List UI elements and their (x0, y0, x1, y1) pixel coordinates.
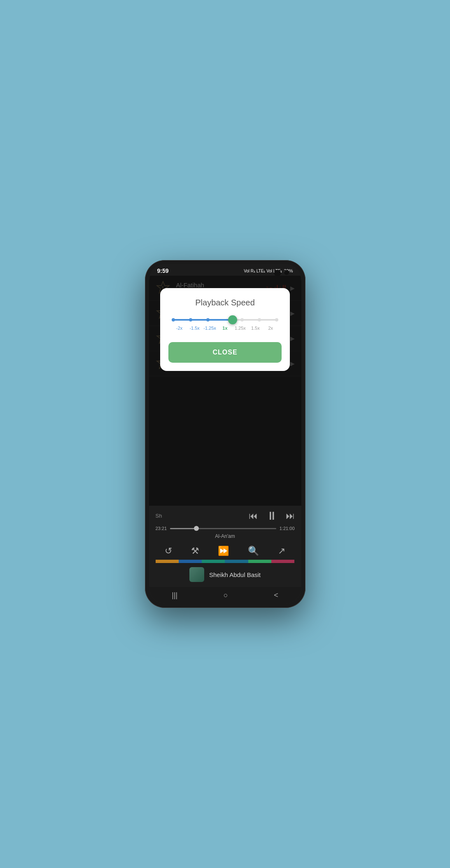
sh-label: Sh (156, 513, 162, 519)
color-strip-4 (248, 560, 271, 563)
repeat-icon[interactable]: ↺ (165, 546, 172, 556)
progress-thumb[interactable] (194, 526, 199, 531)
slider-dot-3 (224, 318, 227, 321)
progress-bar[interactable] (170, 528, 276, 529)
speed-label-1-5: 1.5x (248, 326, 263, 331)
player-controls-row: Sh ⏮ ⏸ ⏭ (156, 509, 295, 523)
slider-dot-4 (240, 318, 244, 321)
progress-row: 23:21 1:21:00 (156, 526, 295, 531)
slider-dot-2 (206, 318, 210, 321)
prev-icon[interactable]: ⏮ (249, 511, 258, 521)
slider-dot-0 (172, 318, 175, 321)
slider-track[interactable] (172, 319, 278, 321)
camera-lens-secondary (284, 270, 289, 275)
phone-screen: 9:59 Vol R₁ LTE₁ Vol LTE₂ 30% 1 (149, 264, 301, 604)
reciter-avatar (189, 567, 204, 582)
close-button[interactable]: CLOSE (168, 342, 282, 363)
nav-back-icon[interactable]: < (274, 591, 278, 600)
speed-label-2: 2x (263, 326, 278, 331)
color-strip-3 (225, 560, 248, 563)
nav-menu-icon[interactable]: ||| (172, 591, 177, 600)
reciter-row: Sheikh Abdul Basit (156, 564, 295, 585)
dialog-title: Playback Speed (168, 298, 282, 307)
color-strip-2 (202, 560, 225, 563)
next-icon[interactable]: ⏭ (286, 511, 295, 521)
current-time: 23:21 (156, 526, 167, 531)
total-time: 1:21:00 (280, 526, 295, 531)
phone-device: 9:59 Vol R₁ LTE₁ Vol LTE₂ 30% 1 (145, 260, 305, 608)
color-strips (156, 560, 295, 563)
share-icon[interactable]: ↗ (278, 546, 285, 556)
speed-label-minus1-25: -1.25x (202, 326, 217, 331)
slider-thumb[interactable] (228, 315, 237, 324)
speed-label-1: 1x (217, 326, 233, 331)
now-playing: Al-An'am (156, 533, 295, 539)
speed-slider-container[interactable]: -2x -1.5x -1.25x 1x 1.25x 1.5x 2x (172, 319, 278, 331)
nav-home-icon[interactable]: ○ (224, 591, 228, 600)
color-strip-0 (156, 560, 179, 563)
color-strip-5 (271, 560, 294, 563)
search-icon[interactable]: 🔍 (248, 546, 259, 556)
speed-label-minus2: -2x (172, 326, 187, 331)
tool-icon[interactable]: ⚒ (191, 546, 199, 556)
speed-label-minus1-5: -1.5x (187, 326, 202, 331)
action-row: ↺ ⚒ ⏩ 🔍 ↗ (156, 542, 295, 560)
slider-dot-1 (189, 318, 192, 321)
modal-overlay: Playback Speed (149, 276, 301, 506)
play-pause-icon[interactable]: ⏸ (266, 509, 277, 523)
slider-dot-5 (258, 318, 261, 321)
player-area: Sh ⏮ ⏸ ⏭ 23:21 1:21:00 Al-An'am ↺ ⚒ (149, 506, 301, 587)
playback-speed-dialog: Playback Speed (160, 288, 290, 371)
status-time: 9:59 (157, 267, 169, 274)
speed-labels: -2x -1.5x -1.25x 1x 1.25x 1.5x 2x (172, 326, 278, 331)
slider-dots (172, 318, 278, 321)
slider-dot-6 (275, 318, 278, 321)
reciter-name: Sheikh Abdul Basit (209, 571, 261, 578)
speed-icon[interactable]: ⏩ (218, 546, 229, 556)
progress-fill (170, 528, 196, 529)
nav-bar: ||| ○ < (149, 587, 301, 604)
speed-label-1-25: 1.25x (233, 326, 248, 331)
color-strip-1 (179, 560, 202, 563)
surah-list: 1 Al-Fatihah 00:47 الفاتحة ▶ 2 Al (149, 276, 301, 506)
